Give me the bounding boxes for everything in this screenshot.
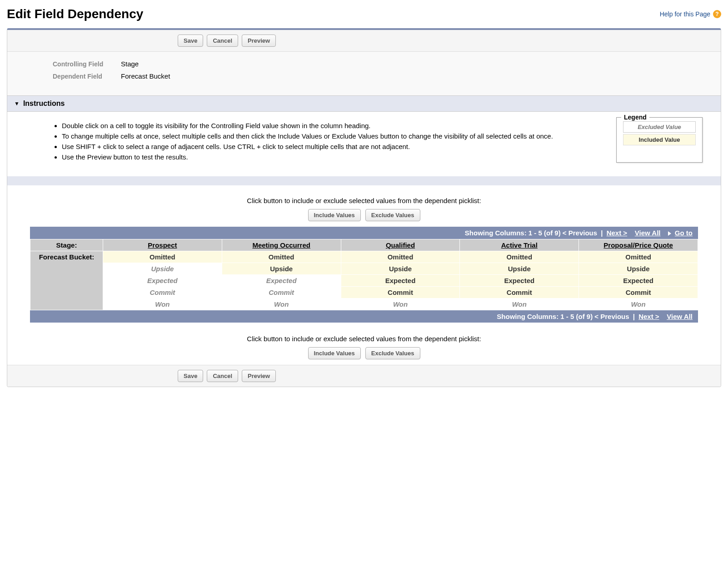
bottom-toolbar: Save Cancel Preview [7, 365, 721, 387]
controlling-field-label: Controlling Field [53, 60, 121, 68]
goto-arrow-icon [668, 231, 671, 236]
legend-included: Included Value [623, 134, 696, 145]
legend-box: Legend Excluded Value Included Value [616, 117, 703, 163]
include-exclude-top: Click button to include or exclude selec… [7, 185, 721, 227]
grid-wrap: Showing Columns: 1 - 5 (of 9) < Previous… [7, 227, 721, 328]
legend-excluded: Excluded Value [623, 121, 696, 133]
grid-cell-included[interactable]: Commit [460, 287, 579, 298]
pagination-prev-disabled: < Previous [563, 229, 597, 237]
pagination-next-link[interactable]: Next > [607, 229, 627, 237]
instructions-list: Double click on a cell to toggle its vis… [25, 121, 598, 163]
pagination-top: Showing Columns: 1 - 5 (of 9) < Previous… [30, 227, 698, 239]
grid-cell-excluded[interactable]: Won [579, 298, 698, 310]
save-button[interactable]: Save [178, 35, 203, 47]
grid-cell-excluded[interactable]: Won [103, 298, 222, 310]
preview-button[interactable]: Preview [242, 35, 276, 47]
grid-cell-included[interactable]: Upside [460, 263, 579, 275]
save-button-bottom[interactable]: Save [178, 370, 203, 382]
pagination-goto-link[interactable]: Go to [675, 229, 693, 237]
grid-column-header[interactable]: Proposal/Price Quote [579, 239, 698, 251]
cancel-button-bottom[interactable]: Cancel [207, 370, 238, 382]
grid-controlling-label: Stage: [30, 239, 103, 251]
grid-dependent-label: Forecast Bucket: [30, 251, 103, 310]
grid-column-header[interactable]: Meeting Occurred [222, 239, 341, 251]
grid-cell-included[interactable]: Expected [579, 275, 698, 287]
grid-cell-included[interactable]: Upside [579, 263, 698, 275]
instruction-item: To change multiple cells at once, select… [62, 131, 598, 141]
dependency-grid: Stage:ProspectMeeting OccurredQualifiedA… [30, 239, 698, 310]
grid-cell-included[interactable]: Omitted [579, 251, 698, 263]
include-exclude-bottom: Click button to include or exclude selec… [7, 328, 721, 365]
pagination-bottom: Showing Columns: 1 - 5 (of 9) < Previous… [30, 310, 698, 323]
grid-cell-included[interactable]: Commit [341, 287, 460, 298]
pagination-viewall-link-bottom[interactable]: View All [667, 313, 693, 320]
pagination-viewall-link[interactable]: View All [635, 229, 661, 237]
grid-cell-excluded[interactable]: Won [222, 298, 341, 310]
instruction-item: Double click on a cell to toggle its vis… [62, 121, 598, 130]
cancel-button[interactable]: Cancel [207, 35, 238, 47]
divider [7, 176, 721, 185]
pagination-next-link-bottom[interactable]: Next > [638, 313, 659, 320]
chevron-down-icon: ▼ [14, 100, 20, 107]
field-info: Controlling Field Stage Dependent Field … [7, 52, 721, 95]
grid-cell-included[interactable]: Expected [460, 275, 579, 287]
include-values-button-bottom[interactable]: Include Values [308, 347, 361, 359]
grid-cell-included[interactable]: Omitted [103, 251, 222, 263]
help-icon: ? [713, 10, 721, 18]
instructions-title: Instructions [23, 99, 65, 108]
help-link-label: Help for this Page [660, 10, 710, 18]
grid-cell-excluded[interactable]: Upside [103, 263, 222, 275]
pagination-prev-disabled-bottom: < Previous [594, 313, 629, 320]
page-title: Edit Field Dependency [7, 7, 143, 21]
grid-cell-excluded[interactable]: Commit [222, 287, 341, 298]
grid-cell-excluded[interactable]: Expected [222, 275, 341, 287]
grid-cell-included[interactable]: Commit [579, 287, 698, 298]
dependent-field-value: Forecast Bucket [121, 72, 170, 80]
pagination-label: Showing Columns: 1 - 5 (of 9) [465, 229, 561, 237]
include-exclude-prompt-bottom: Click button to include or exclude selec… [7, 335, 721, 343]
grid-column-header[interactable]: Active Trial [460, 239, 579, 251]
instruction-item: Use SHIFT + click to select a range of a… [62, 142, 598, 151]
grid-cell-excluded[interactable]: Expected [103, 275, 222, 287]
grid-cell-included[interactable]: Upside [222, 263, 341, 275]
instructions-body: Double click on a cell to toggle its vis… [7, 112, 721, 176]
main-panel: Save Cancel Preview Controlling Field St… [7, 28, 721, 387]
controlling-field-value: Stage [121, 60, 139, 68]
grid-column-header[interactable]: Prospect [103, 239, 222, 251]
include-values-button[interactable]: Include Values [308, 209, 361, 221]
grid-cell-excluded[interactable]: Won [460, 298, 579, 310]
grid-cell-excluded[interactable]: Commit [103, 287, 222, 298]
grid-cell-excluded[interactable]: Won [341, 298, 460, 310]
top-toolbar: Save Cancel Preview [7, 30, 721, 52]
grid-cell-included[interactable]: Omitted [460, 251, 579, 263]
grid-cell-included[interactable]: Omitted [341, 251, 460, 263]
pagination-label-bottom: Showing Columns: 1 - 5 (of 9) [497, 313, 593, 320]
dependent-field-label: Dependent Field [53, 73, 121, 80]
instruction-item: Use the Preview button to test the resul… [62, 152, 598, 162]
exclude-values-button[interactable]: Exclude Values [365, 209, 420, 221]
legend-title: Legend [621, 114, 649, 121]
preview-button-bottom[interactable]: Preview [242, 370, 276, 382]
grid-cell-included[interactable]: Omitted [222, 251, 341, 263]
instructions-header[interactable]: ▼ Instructions [7, 95, 721, 112]
exclude-values-button-bottom[interactable]: Exclude Values [365, 347, 420, 359]
grid-cell-included[interactable]: Expected [341, 275, 460, 287]
grid-cell-included[interactable]: Upside [341, 263, 460, 275]
include-exclude-prompt: Click button to include or exclude selec… [7, 197, 721, 204]
help-link[interactable]: Help for this Page ? [660, 10, 721, 18]
grid-column-header[interactable]: Qualified [341, 239, 460, 251]
